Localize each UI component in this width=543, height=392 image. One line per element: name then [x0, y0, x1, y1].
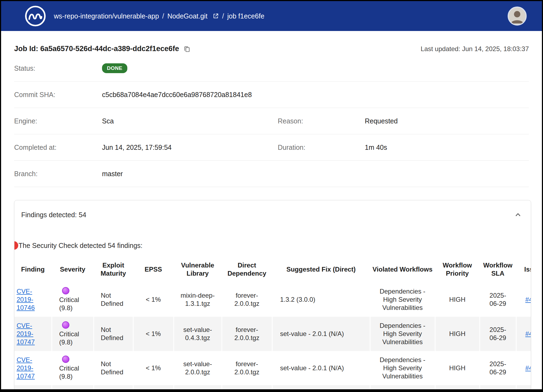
- status-label: Status:: [14, 64, 102, 72]
- breadcrumb-repo-link[interactable]: ws-repo-integration/vulnerable-app: [54, 12, 159, 20]
- direct-dependency-cell: forever-2.0.0.tgz: [222, 282, 272, 317]
- copy-icon[interactable]: [183, 45, 190, 52]
- col-header-violated-workflows: Violated Workflows: [370, 256, 435, 282]
- findings-intro-row: ! The Security Check detected 54 finding…: [14, 241, 531, 250]
- breadcrumb-separator: /: [162, 12, 164, 20]
- breadcrumb-separator: /: [222, 12, 224, 20]
- finding-row-partial: [14, 385, 531, 392]
- job-id-value: 6a5a6570-526d-44dc-a389-ddc2f1ece6fe: [40, 45, 179, 53]
- workflow-sla-cell: 2025-06-29: [480, 351, 516, 385]
- severity-critical-icon: [62, 287, 69, 294]
- issue-link[interactable]: #436: [525, 296, 531, 303]
- completed-at-label: Completed at:: [14, 144, 102, 151]
- branch-value: master: [102, 170, 123, 178]
- epss-cell: < 1%: [133, 351, 174, 385]
- error-icon: !: [14, 241, 18, 250]
- col-header-workflow-sla: Workflow SLA: [480, 256, 516, 282]
- col-header-suggested-fix: Suggested Fix (Direct): [272, 256, 370, 282]
- epss-cell: < 1%: [133, 282, 174, 317]
- duration-value: 1m 40s: [365, 144, 387, 151]
- cve-link[interactable]: CVE-2019-10747: [17, 322, 35, 346]
- suggested-fix-cell: 1.3.2 (3.0.0): [272, 282, 370, 317]
- app-window: ws-repo-integration/vulnerable-app / Nod…: [0, 0, 543, 392]
- completed-at-value: Jun 14, 2025, 17:59:54: [102, 144, 278, 151]
- job-details-page: Job Id: 6a5a6570-526d-44dc-a389-ddc2f1ec…: [1, 45, 542, 392]
- col-header-exploit-maturity: Exploit Maturity: [94, 256, 133, 282]
- col-header-issue: Issue: [516, 256, 531, 282]
- vulnerable-library-cell: set-value-2.0.0.tgz: [174, 351, 222, 385]
- findings-title: Findings detected: 54: [21, 211, 86, 219]
- commit-sha-row: Commit SHA: c5cb68a7084e4ae7dcc60e6a9876…: [14, 82, 529, 108]
- workflow-priority-cell: HIGH: [435, 282, 480, 317]
- vulnerable-library-cell: set-value-0.4.3.tgz: [174, 317, 222, 351]
- severity-critical-icon: [62, 356, 69, 363]
- exploit-maturity-cell: Not Defined: [94, 351, 133, 385]
- workflow-priority-cell: HIGH: [435, 351, 480, 385]
- severity-critical-icon: [62, 321, 69, 329]
- finding-row: CVE-2019-10747 Critical (9.8) Not Define…: [14, 351, 531, 385]
- violated-workflows-cell: Dependencies - High Severity Vulnerabili…: [370, 282, 435, 317]
- suggested-fix-cell: set-value - 2.0.1 (N/A): [272, 317, 370, 351]
- suggested-fix-cell: set-value - 2.0.1 (N/A): [272, 351, 370, 385]
- workflow-priority-cell: HIGH: [435, 317, 480, 351]
- exploit-maturity-cell: Not Defined: [94, 282, 133, 317]
- findings-intro-text: The Security Check detected 54 findings:: [18, 242, 143, 250]
- col-header-finding: Finding: [14, 256, 52, 282]
- reason-value: Requested: [365, 117, 398, 125]
- col-header-epss: EPSS: [133, 256, 174, 282]
- workflow-sla-cell: 2025-06-29: [480, 282, 516, 317]
- direct-dependency-cell: forever-2.0.0.tgz: [222, 317, 272, 351]
- issue-link[interactable]: #436: [525, 364, 531, 372]
- epss-cell: < 1%: [133, 317, 174, 351]
- findings-card-header: Findings detected: 54: [14, 200, 531, 219]
- commit-sha-value: c5cb68a7084e4ae7dcc60e6a98768720a81841e8: [102, 91, 252, 99]
- branch-label: Branch:: [14, 170, 102, 178]
- external-link-icon[interactable]: [212, 13, 219, 19]
- last-updated-text: Last updated: Jun 14, 2025, 18:03:37: [421, 45, 529, 53]
- cve-link[interactable]: CVE-2019-10747: [17, 356, 35, 380]
- severity-label: Critical (9.8): [59, 296, 88, 312]
- commit-sha-label: Commit SHA:: [14, 91, 102, 99]
- mend-logo-icon: [24, 5, 46, 27]
- top-navbar: ws-repo-integration/vulnerable-app / Nod…: [1, 1, 542, 31]
- breadcrumb-current-job: job f1ece6fe: [227, 12, 264, 20]
- findings-table: Finding Severity Exploit Maturity EPSS V…: [14, 256, 531, 392]
- direct-dependency-cell: forever-2.0.0.tgz: [222, 351, 272, 385]
- status-row: Status: DONE: [14, 55, 529, 82]
- vulnerable-library-cell: mixin-deep-1.3.1.tgz: [174, 282, 222, 317]
- cve-link[interactable]: CVE-2019-10746: [17, 288, 35, 311]
- branch-row: Branch: master: [14, 161, 529, 187]
- reason-label: Reason:: [278, 117, 365, 125]
- col-header-vulnerable-library: Vulnerable Library: [174, 256, 222, 282]
- engine-value: Sca: [102, 117, 278, 125]
- severity-label: Critical (9.8): [59, 364, 88, 381]
- exploit-maturity-cell: Not Defined: [94, 317, 133, 351]
- duration-label: Duration:: [278, 144, 365, 151]
- job-header-row: Job Id: 6a5a6570-526d-44dc-a389-ddc2f1ec…: [14, 45, 529, 53]
- breadcrumb-project-link[interactable]: NodeGoat.git: [167, 12, 207, 20]
- breadcrumb: ws-repo-integration/vulnerable-app / Nod…: [54, 12, 264, 20]
- col-header-workflow-priority: Workflow Priority: [435, 256, 480, 282]
- violated-workflows-cell: Dependencies - High Severity Vulnerabili…: [370, 351, 435, 385]
- completed-duration-row: Completed at: Jun 14, 2025, 17:59:54 Dur…: [14, 134, 529, 161]
- engine-label: Engine:: [14, 117, 102, 125]
- col-header-severity: Severity: [52, 256, 94, 282]
- findings-table-head: Finding Severity Exploit Maturity EPSS V…: [14, 256, 531, 282]
- violated-workflows-cell: Dependencies - High Severity Vulnerabili…: [370, 317, 435, 351]
- issue-link[interactable]: #436: [525, 330, 531, 337]
- finding-row: CVE-2019-10747 Critical (9.8) Not Define…: [14, 317, 531, 351]
- status-badge: DONE: [102, 63, 127, 73]
- job-id-title: Job Id: 6a5a6570-526d-44dc-a389-ddc2f1ec…: [14, 45, 179, 53]
- user-avatar[interactable]: [508, 7, 527, 26]
- workflow-sla-cell: 2025-06-29: [480, 317, 516, 351]
- job-id-label: Job Id:: [14, 45, 38, 53]
- findings-table-body: CVE-2019-10746 Critical (9.8) Not Define…: [14, 282, 531, 392]
- finding-row: CVE-2019-10746 Critical (9.8) Not Define…: [14, 282, 531, 317]
- col-header-direct-dependency: Direct Dependency: [222, 256, 272, 282]
- collapse-button[interactable]: [513, 210, 523, 219]
- findings-card: Findings detected: 54 ! The Security Che…: [14, 200, 531, 392]
- severity-label: Critical (9.8): [59, 330, 88, 346]
- job-fields: Status: DONE Commit SHA: c5cb68a7084e4ae…: [14, 55, 529, 187]
- engine-reason-row: Engine: Sca Reason: Requested: [14, 108, 529, 134]
